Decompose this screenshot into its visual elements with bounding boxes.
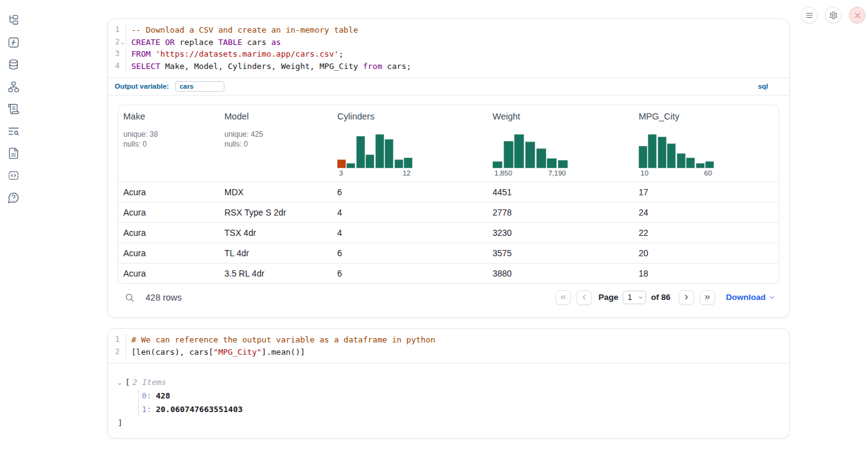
output-variable-input[interactable] (175, 81, 224, 92)
column-name[interactable]: Weight (493, 111, 629, 121)
line-number: 1 (108, 24, 120, 36)
code-text[interactable]: # We can reference the output variable a… (126, 334, 435, 346)
function-square-icon[interactable] (7, 36, 20, 49)
collapse-chevron-icon[interactable]: ⌄ (118, 376, 125, 389)
mpg-city-histogram: 1060 (639, 134, 714, 177)
page-label: Page (599, 293, 618, 302)
fold-gutter (120, 48, 126, 60)
column-name[interactable]: Model (224, 111, 327, 121)
column-name[interactable]: Make (123, 111, 215, 121)
column-header-model: Model unique: 425nulls: 0 (219, 105, 332, 182)
axis-min-label: 3 (339, 169, 343, 177)
download-button[interactable]: Download (726, 293, 776, 302)
sql-code-editor[interactable]: 1-- Download a CSV and create an in-memo… (108, 19, 789, 78)
close-button[interactable] (849, 7, 866, 23)
settings-button[interactable] (825, 7, 841, 23)
column-stats: unique: 425nulls: 0 (224, 129, 327, 150)
next-page-button[interactable] (679, 290, 694, 305)
line-number: 2 (108, 36, 120, 49)
code-line: 3FROM 'https://datasets.marimo.app/cars.… (108, 48, 789, 60)
chevron-left-icon (580, 293, 588, 301)
table-row[interactable]: AcuraTL 4dr6357520 (118, 243, 779, 263)
python-cell: 1# We can reference the output variable … (107, 328, 790, 439)
entry-index: 1: (142, 405, 152, 414)
table-cell: 6 (332, 248, 488, 258)
menu-button[interactable] (801, 7, 817, 23)
histogram-bar (504, 141, 514, 168)
line-number: 3 (108, 48, 120, 60)
text-search-icon[interactable] (7, 124, 20, 137)
table-cell: 4 (332, 208, 488, 217)
code-text[interactable]: CREATE OR replace TABLE cars as (126, 36, 281, 49)
items-count-label: 2 Items (133, 376, 166, 389)
previous-page-button[interactable] (576, 290, 592, 305)
histogram-bar (525, 142, 535, 168)
scroll-logs-icon[interactable] (7, 102, 20, 115)
table-cell: 4451 (488, 187, 634, 197)
histogram-bar (547, 158, 557, 168)
table-cell: Acura (118, 228, 219, 238)
database-icon[interactable] (7, 58, 20, 71)
column-header-weight: Weight 1,8507,190 (488, 105, 634, 182)
histogram-bar (375, 134, 384, 168)
language-badge: sql (758, 83, 782, 90)
histogram-bar (648, 134, 657, 168)
code-text[interactable]: SELECT Make, Model, Cylinders, Weight, M… (126, 60, 411, 73)
tree-entry: 0:428 (142, 389, 779, 403)
table-row[interactable]: Acura3.5 RL 4dr6388018 (118, 263, 779, 283)
histogram-bar (558, 160, 568, 168)
chevron-down-icon (768, 294, 776, 301)
tree-root-row: ⌄ [ 2 Items (118, 376, 779, 389)
histogram-bar (493, 161, 502, 168)
axis-min-label: 1,850 (494, 169, 512, 177)
histogram-bar (366, 155, 374, 168)
cylinders-histogram: 312 (337, 134, 412, 177)
table-cell: Acura (118, 248, 219, 258)
document-icon[interactable] (7, 147, 20, 160)
axis-max-label: 7,190 (548, 169, 566, 177)
search-button[interactable] (123, 291, 136, 304)
page-select[interactable]: 1 (623, 291, 646, 304)
first-page-button[interactable] (555, 290, 571, 305)
table-row[interactable]: AcuraRSX Type S 2dr4277824 (118, 202, 779, 222)
output-variable-bar: Output variable: sql (108, 78, 789, 95)
fold-chevron-icon[interactable]: ⌄ (120, 36, 126, 49)
axis-max-label: 12 (403, 169, 411, 177)
help-bubble-icon[interactable] (7, 191, 20, 204)
close-bracket: ] (118, 416, 779, 430)
sql-output-area: Make unique: 38nulls: 0 Model unique: 42… (108, 95, 789, 311)
fold-gutter (120, 346, 126, 358)
page-total: of 86 (651, 293, 671, 302)
sidebar (0, 0, 27, 449)
column-header-mpg-city: MPG_City 1060 (634, 105, 779, 182)
histogram-bar (658, 137, 666, 168)
code-text[interactable]: [len(cars), cars["MPG_City"].mean()] (126, 346, 305, 358)
code-line: 1-- Download a CSV and create an in-memo… (108, 24, 789, 36)
search-icon (125, 293, 134, 302)
fold-gutter (120, 24, 126, 36)
column-name[interactable]: Cylinders (337, 111, 483, 121)
table-body: AcuraMDX6445117AcuraRSX Type S 2dr427782… (118, 182, 779, 283)
fold-gutter (120, 60, 126, 73)
axis-max-label: 60 (704, 169, 712, 177)
python-code-editor[interactable]: 1# We can reference the output variable … (108, 329, 789, 363)
column-stats: unique: 38nulls: 0 (123, 129, 215, 150)
code-text[interactable]: -- Download a CSV and create an in-memor… (126, 24, 358, 36)
histogram-bar (337, 160, 346, 168)
snippets-icon[interactable] (7, 169, 20, 182)
top-controls (801, 7, 866, 23)
file-tree-icon[interactable] (7, 14, 20, 26)
table-cell: 20 (634, 248, 779, 258)
column-header-make: Make unique: 38nulls: 0 (118, 105, 219, 182)
code-text[interactable]: FROM 'https://datasets.marimo.app/cars.c… (126, 48, 343, 60)
weight-histogram: 1,8507,190 (493, 134, 568, 177)
close-icon (853, 11, 862, 20)
fold-gutter (120, 334, 126, 346)
table-row[interactable]: AcuraMDX6445117 (118, 182, 779, 202)
last-page-button[interactable] (700, 290, 715, 305)
table-row[interactable]: AcuraTSX 4dr4323022 (118, 222, 779, 243)
histogram-bar (686, 158, 695, 168)
column-name[interactable]: MPG_City (639, 111, 774, 121)
entry-value: 20.060747663551403 (156, 405, 243, 414)
dependency-graph-icon[interactable] (7, 80, 20, 93)
